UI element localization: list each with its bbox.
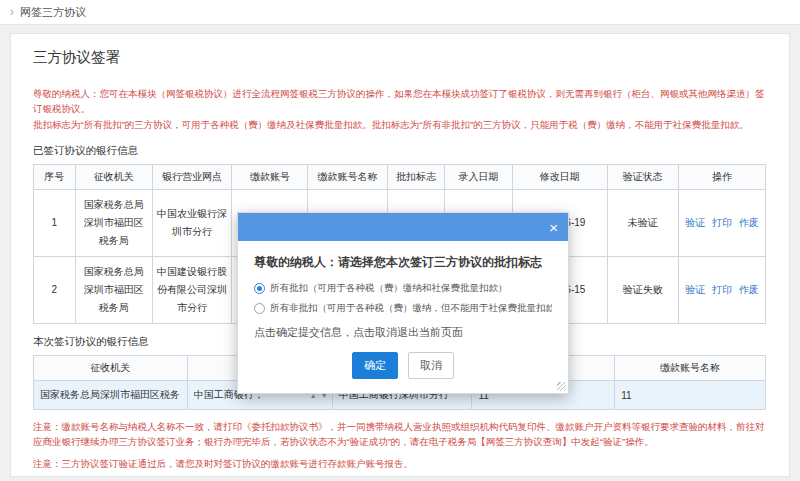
- radio-selected-icon[interactable]: [254, 283, 265, 294]
- table-header-row: 序号 征收机关 银行营业网点 缴款账号 缴款账号名称 批扣标志 录入日期 修改日…: [34, 165, 766, 190]
- cell-authority: 国家税务总局深圳市福田区税务局: [75, 190, 152, 257]
- dialog-title: 尊敬的纳税人：请选择您本次签订三方协议的批扣标志: [254, 254, 552, 271]
- cell-branch: 中国农业银行深圳市分行: [152, 190, 232, 257]
- cell-authority-select: 国家税务总局深圳市福田区税务 × ▼: [34, 381, 188, 410]
- dialog-header: ×: [238, 213, 568, 241]
- col-account-name: 缴款账号名称: [308, 165, 387, 190]
- verify-link[interactable]: 验证: [685, 284, 705, 295]
- void-link[interactable]: 作废: [739, 217, 759, 228]
- col-authority: 征收机关: [75, 165, 152, 190]
- dialog-body: 尊敬的纳税人：请选择您本次签订三方协议的批扣标志 所有批扣（可用于各种税（费）缴…: [238, 241, 568, 393]
- authority-select[interactable]: 国家税务总局深圳市福田区税务 × ▼: [40, 388, 181, 402]
- batch-flag-dialog: × 尊敬的纳税人：请选择您本次签订三方协议的批扣标志 所有批扣（可用于各种税（费…: [237, 212, 569, 394]
- notes-block: 注意：缴款账号名称与纳税人名称不一致，请打印《委托扣款协议书》，并一同携带纳税人…: [33, 420, 767, 471]
- cell-seq: 2: [34, 257, 76, 324]
- col-branch: 银行营业网点: [152, 165, 232, 190]
- note-1: 注意：缴款账号名称与纳税人名称不一致，请打印《委托扣款协议书》，并一同携带纳税人…: [33, 420, 767, 449]
- print-link[interactable]: 打印: [712, 217, 732, 228]
- col-account-name: 缴款账号名称: [615, 356, 766, 381]
- authority-select-value: 国家税务总局深圳市福田区税务: [40, 388, 180, 402]
- cell-authority: 国家税务总局深圳市福田区税务局: [75, 257, 152, 324]
- cell-account-name: 11: [615, 381, 766, 410]
- radio-unselected-icon[interactable]: [254, 303, 265, 314]
- close-icon[interactable]: ×: [549, 220, 558, 235]
- cell-branch: 中国建设银行股份有限公司深圳市分行: [152, 257, 232, 324]
- col-entry-date: 录入日期: [445, 165, 512, 190]
- cell-actions: 验证 打印 作废: [678, 257, 765, 324]
- modal-resize-grip[interactable]: [557, 382, 566, 391]
- breadcrumb-chevron-icon: ›: [10, 6, 14, 18]
- cell-seq: 1: [34, 190, 76, 257]
- cell-status: 未验证: [607, 190, 678, 257]
- verify-link[interactable]: 验证: [685, 217, 705, 228]
- cell-status: 验证失败: [607, 257, 678, 324]
- dialog-hint: 点击确定提交信息，点击取消退出当前页面: [254, 325, 552, 340]
- dialog-cancel-button[interactable]: 取消: [408, 352, 454, 379]
- intro-paragraph-1: 尊敬的纳税人：您可在本模块（网签银税协议）进行全流程网签银税三方协议的操作，如果…: [33, 87, 767, 116]
- col-modify-date: 修改日期: [512, 165, 607, 190]
- col-batch-flag: 批扣标志: [387, 165, 445, 190]
- note-2: 注意：三方协议签订验证通过后，请您及时对签订协议的缴款账号进行存款账户账号报告。: [33, 457, 767, 472]
- confirm-button[interactable]: 确定: [352, 352, 398, 379]
- dialog-buttons: 确定 取消: [254, 352, 552, 381]
- col-account: 缴款账号: [232, 165, 308, 190]
- col-seq: 序号: [34, 165, 76, 190]
- intro-paragraph-2: 批扣标志为“所有批扣”的三方协议，可用于各种税（费）缴纳及社保费批量扣款。批扣标…: [33, 118, 767, 133]
- breadcrumb-bar: › 网签三方协议: [0, 0, 800, 25]
- page-title: 三方协议签署: [33, 48, 767, 67]
- breadcrumb-item[interactable]: 网签三方协议: [20, 5, 86, 20]
- cell-actions: 验证 打印 作废: [678, 190, 765, 257]
- col-authority: 征收机关: [34, 356, 188, 381]
- signed-section-label: 已签订协议的银行信息: [33, 144, 767, 158]
- radio-all-batch[interactable]: 所有批扣（可用于各种税（费）缴纳和社保费批量扣款）: [254, 282, 552, 295]
- print-link[interactable]: 打印: [712, 284, 732, 295]
- col-status: 验证状态: [607, 165, 678, 190]
- notice-intro: 尊敬的纳税人：您可在本模块（网签银税协议）进行全流程网签银税三方协议的操作，如果…: [33, 87, 767, 133]
- radio-all-batch-label: 所有批扣（可用于各种税（费）缴纳和社保费批量扣款）: [270, 282, 508, 295]
- void-link[interactable]: 作废: [739, 284, 759, 295]
- radio-non-batch-label: 所有非批扣（可用于各种税（费）缴纳，但不能用于社保费批量扣款）: [270, 302, 552, 315]
- col-actions: 操作: [678, 165, 765, 190]
- radio-non-batch[interactable]: 所有非批扣（可用于各种税（费）缴纳，但不能用于社保费批量扣款）: [254, 302, 552, 315]
